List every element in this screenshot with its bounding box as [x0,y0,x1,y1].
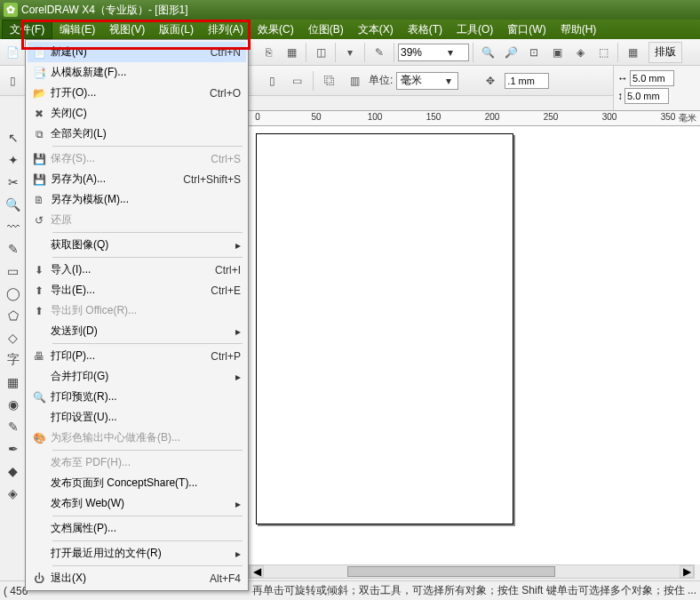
ruler-tick: 0 [255,112,260,122]
dup-y-input[interactable] [624,88,669,104]
menu-item[interactable]: ⧉全部关闭(L) [28,124,246,144]
menu-help[interactable]: 帮助(H) [553,20,604,39]
dup-x-input[interactable] [630,70,674,86]
menu-separator [52,146,243,147]
menu-bitmap[interactable]: 位图(B) [301,20,351,39]
blend-tool-icon[interactable]: ◉ [4,395,23,414]
shape-tool-icon[interactable]: ✦ [4,150,23,170]
menu-item[interactable]: 🗎另存为模板(M)... [28,189,246,210]
ellipse-tool-icon[interactable]: ◯ [4,284,23,303]
menu-item[interactable]: 获取图像(Q)▸ [28,235,246,255]
crop-tool-icon[interactable]: ✂ [4,172,23,192]
menu-item[interactable]: ✖关闭(C) [28,103,246,124]
interactive-fill-icon[interactable]: ◈ [4,484,23,503]
menu-item[interactable]: 发布页面到 ConceptShare(T)... [28,473,246,493]
menu-item-label: 打印(P)... [51,348,211,364]
smart-tool-icon[interactable]: ✎ [4,239,23,259]
open-icon: 📂 [28,87,51,100]
zoom-page-button[interactable]: ▣ [546,42,568,63]
menu-item-label: 从模板新建(F)... [51,65,241,80]
menu-item-label: 还原 [51,212,241,228]
menu-view[interactable]: 视图(V) [102,20,152,39]
menu-item[interactable]: 📑从模板新建(F)... [28,62,246,83]
tb-btn-3[interactable]: ◫ [310,42,331,63]
menu-item[interactable]: ⏻退出(X)Alt+F4 [28,568,246,588]
zoom-fit-button[interactable]: ⊡ [523,42,545,63]
menu-layout[interactable]: 版面(L) [152,20,201,39]
menu-edit[interactable]: 编辑(E) [52,20,102,39]
menu-table[interactable]: 表格(T) [401,20,449,39]
zoom-combo[interactable]: 39% ▾ [398,44,469,61]
menu-item[interactable]: 💾另存为(A)...Ctrl+Shift+S [28,169,246,189]
units-combo[interactable]: 毫米 ▾ [396,72,458,90]
menu-item[interactable]: 打开最近用过的文件(R)▸ [28,543,246,564]
zoom-out-button[interactable]: 🔎 [500,42,521,63]
basic-shapes-icon[interactable]: ◇ [4,328,23,348]
menu-separator [52,343,243,344]
menu-bar: 文件(F) 编辑(E) 视图(V) 版面(L) 排列(A) 效果(C) 位图(B… [0,20,700,39]
freehand-tool-icon[interactable]: 〰 [4,217,23,236]
tb-btn-5[interactable]: ✎ [369,42,390,63]
orientation-portrait-icon[interactable]: ▯ [261,70,282,92]
menu-tools[interactable]: 工具(O) [449,20,500,39]
text-tool-icon[interactable]: 字 [4,350,23,370]
zoom-sel-button[interactable]: ◈ [569,42,591,63]
submenu-arrow-icon: ▸ [232,498,241,510]
menu-item[interactable]: 📄新建(N)Ctrl+N [28,42,246,62]
canvas[interactable] [249,126,682,564]
menu-item[interactable]: 🔍打印预览(R)... [28,387,246,407]
polygon-tool-icon[interactable]: ⬠ [4,306,23,325]
menu-separator [52,257,243,258]
zoom-tool-icon[interactable]: 🔍 [4,195,23,214]
page-layout-icon[interactable]: ⿻ [319,70,340,92]
menu-item[interactable]: 发布到 Web(W)▸ [28,493,246,514]
menu-item[interactable]: ⬆导出(E)...Ctrl+E [28,280,246,300]
menu-item[interactable]: 打印设置(U)... [28,407,246,428]
scroll-left-icon[interactable]: ◀ [250,565,264,578]
new-button[interactable]: 📄 [2,42,23,63]
menu-item-label: 新建(N) [51,44,211,60]
eyedropper-tool-icon[interactable]: ✎ [4,417,23,436]
page-layout2-icon[interactable]: ▥ [344,70,365,92]
menu-item[interactable]: 发送到(D)▸ [28,321,246,341]
menu-text[interactable]: 文本(X) [351,20,401,39]
menu-item[interactable]: 合并打印(G)▸ [28,366,246,387]
menu-window[interactable]: 窗口(W) [500,20,553,39]
tb-btn-4[interactable]: ▾ [339,42,361,63]
scroll-track[interactable] [264,565,680,578]
layout-button[interactable]: 排版 [648,42,682,63]
menu-item[interactable]: 📂打开(O)...Ctrl+O [28,83,246,103]
horizontal-scrollbar[interactable]: ◀ ▶ [249,564,695,579]
menu-item[interactable]: 文档属性(P)... [28,518,246,539]
menu-item-label: 合并打印(G) [51,369,232,384]
pick-tool-icon[interactable]: ↖ [4,128,23,148]
savetpl-icon: 🗎 [28,194,51,206]
menu-item-label: 打开最近用过的文件(R) [51,546,232,561]
pb-btn-1[interactable]: ▯ [2,70,23,92]
dock-icon[interactable]: ▦ [622,42,643,63]
menu-item[interactable]: ⬇导入(I)...Ctrl+I [28,260,246,280]
nudge-input[interactable] [505,73,549,89]
menu-item-label: 发送到(D) [51,324,232,339]
units-label: 单位: [369,73,393,88]
menu-item[interactable]: 🖶打印(P)...Ctrl+P [28,346,246,366]
table-tool-icon[interactable]: ▦ [4,372,23,392]
outline-tool-icon[interactable]: ✒ [4,439,23,459]
orientation-landscape-icon[interactable]: ▭ [286,70,307,92]
zoom-in-button[interactable]: 🔍 [477,42,498,63]
close-icon: ✖ [28,108,51,120]
menu-effects[interactable]: 效果(C) [251,20,301,39]
page[interactable] [256,133,513,524]
zoom-all-button[interactable]: ⬚ [593,42,614,63]
menu-file[interactable]: 文件(F) [2,20,52,39]
menu-item-label: 发布到 Web(W) [51,496,232,511]
tb-btn-1[interactable]: ⎘ [258,42,279,63]
menu-item-label: 文档属性(P)... [51,521,241,536]
tb-btn-2[interactable]: ▦ [281,42,302,63]
scroll-thumb[interactable] [347,566,555,577]
ruler-tick: 350 [661,112,676,122]
fill-tool-icon[interactable]: ◆ [4,461,23,481]
menu-arrange[interactable]: 排列(A) [201,20,251,39]
scroll-right-icon[interactable]: ▶ [680,565,694,578]
rectangle-tool-icon[interactable]: ▭ [4,261,23,281]
